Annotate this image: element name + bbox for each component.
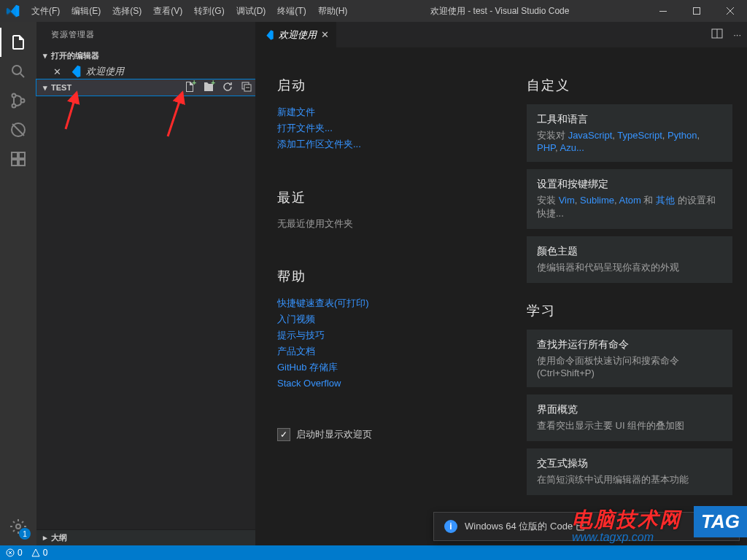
- activity-scm-icon[interactable]: [0, 86, 36, 115]
- keymap-link[interactable]: Atom: [619, 195, 641, 206]
- link-stackoverflow[interactable]: Stack Overflow: [277, 376, 483, 392]
- card-desc: 使用命令面板快速访问和搜索命令 (Ctrl+Shift+P): [537, 354, 722, 378]
- open-editors-label: 打开的编辑器: [51, 50, 99, 61]
- card-title: 工具和语言: [537, 113, 722, 126]
- folder-header[interactable]: ▾ TEST + +: [36, 79, 255, 96]
- window-title: 欢迎使用 - test - Visual Studio Code: [353, 5, 646, 18]
- menu-help[interactable]: 帮助(H): [312, 0, 354, 22]
- vscode-file-icon: [67, 64, 82, 79]
- close-button[interactable]: [713, 0, 747, 22]
- tab-label: 欢迎使用: [279, 28, 317, 42]
- split-editor-icon[interactable]: [711, 28, 723, 42]
- keymap-link[interactable]: Vim: [559, 195, 575, 206]
- menu-view[interactable]: 查看(V): [147, 0, 188, 22]
- card-title: 颜色主题: [537, 245, 722, 258]
- lang-link[interactable]: JavaScript: [568, 130, 613, 141]
- show-welcome-checkbox-row[interactable]: ✓ 启动时显示欢迎页: [277, 428, 483, 441]
- activity-search-icon[interactable]: [0, 57, 36, 86]
- card-keybindings[interactable]: 设置和按键绑定 安装 Vim, Sublime, Atom 和 其他 的设置和快…: [527, 169, 732, 229]
- warning-icon: [31, 548, 40, 557]
- collapse-all-icon[interactable]: [241, 81, 252, 94]
- link-docs[interactable]: 产品文档: [277, 343, 483, 359]
- menu-terminal[interactable]: 终端(T): [271, 0, 311, 22]
- open-editor-item[interactable]: ✕ 欢迎使用: [36, 63, 255, 79]
- card-playground[interactable]: 交互式操场 在简短演练中试用编辑器的基本功能: [527, 448, 732, 495]
- notification-text: Windows 64 位版的 Code 已: [465, 520, 585, 533]
- activity-settings-icon[interactable]: 1: [0, 512, 36, 541]
- more-actions-icon[interactable]: ···: [733, 29, 741, 40]
- card-interface-overview[interactable]: 界面概览 查看突出显示主要 UI 组件的叠加图: [527, 394, 732, 441]
- card-tools-languages[interactable]: 工具和语言 安装对 JavaScript, TypeScript, Python…: [527, 104, 732, 162]
- card-desc: 在简短演练中试用编辑器的基本功能: [537, 473, 722, 486]
- open-editor-label: 欢迎使用: [86, 65, 124, 78]
- close-icon[interactable]: ✕: [51, 66, 63, 77]
- card-desc: 查看突出显示主要 UI 组件的叠加图: [537, 419, 722, 432]
- menu-go[interactable]: 转到(G): [188, 0, 230, 22]
- close-icon[interactable]: ✕: [321, 29, 329, 40]
- activity-debug-icon[interactable]: [0, 115, 36, 144]
- status-warnings[interactable]: 0: [31, 548, 48, 558]
- keymap-link[interactable]: Sublime: [580, 195, 614, 206]
- menu-file[interactable]: 文件(F): [26, 0, 66, 22]
- menu-edit[interactable]: 编辑(E): [66, 0, 107, 22]
- vscode-logo-icon: [0, 4, 26, 18]
- checkbox-checked-icon[interactable]: ✓: [277, 428, 290, 441]
- link-add-workspace[interactable]: 添加工作区文件夹...: [277, 136, 483, 152]
- lang-link[interactable]: TypeScript: [617, 130, 662, 141]
- editor-area: 欢迎使用 ✕ ··· 启动 新建文件 打开文件夹... 添加工作区文件夹... …: [255, 22, 747, 545]
- activity-explorer-icon[interactable]: [0, 28, 36, 57]
- status-errors[interactable]: 0: [6, 548, 23, 558]
- link-intro-videos[interactable]: 入门视频: [277, 311, 483, 327]
- new-file-icon[interactable]: +: [184, 81, 196, 94]
- svg-rect-9: [19, 160, 25, 166]
- card-command-palette[interactable]: 查找并运行所有命令 使用命令面板快速访问和搜索命令 (Ctrl+Shift+P): [527, 330, 732, 387]
- svg-rect-1: [694, 8, 700, 15]
- tab-welcome[interactable]: 欢迎使用 ✕: [255, 22, 336, 47]
- lang-link[interactable]: Azu...: [560, 142, 584, 153]
- svg-point-11: [16, 524, 20, 529]
- card-color-theme[interactable]: 颜色主题 使编辑器和代码呈现你喜欢的外观: [527, 236, 732, 283]
- menu-debug[interactable]: 调试(D): [231, 0, 272, 22]
- chevron-down-icon: ▾: [39, 83, 51, 93]
- link-cheatsheet[interactable]: 快捷键速查表(可打印): [277, 295, 483, 311]
- svg-point-2: [12, 66, 21, 74]
- show-welcome-label: 启动时显示欢迎页: [296, 428, 372, 441]
- warning-count: 0: [43, 548, 48, 558]
- link-new-file[interactable]: 新建文件: [277, 104, 483, 120]
- keymap-link[interactable]: 其他: [656, 195, 675, 206]
- card-desc: 使编辑器和代码呈现你喜欢的外观: [537, 261, 722, 274]
- error-icon: [6, 548, 15, 557]
- card-title: 界面概览: [537, 403, 722, 416]
- status-bar: 0 0: [0, 545, 747, 560]
- menu-selection[interactable]: 选择(S): [107, 0, 147, 22]
- lang-link[interactable]: Python: [667, 130, 697, 141]
- notification-toast[interactable]: i Windows 64 位版的 Code 已: [433, 512, 740, 541]
- minimize-button[interactable]: [646, 0, 680, 22]
- maximize-button[interactable]: [680, 0, 713, 22]
- customize-heading: 自定义: [527, 77, 732, 94]
- outline-header[interactable]: ▸ 大纲: [36, 529, 255, 545]
- activity-extensions-icon[interactable]: [0, 144, 36, 174]
- svg-rect-8: [12, 160, 18, 166]
- sidebar-explorer: 资源管理器 ▾ 打开的编辑器 ✕ 欢迎使用 ▾ TEST + +: [36, 22, 255, 545]
- titlebar: 文件(F) 编辑(E) 选择(S) 查看(V) 转到(G) 调试(D) 终端(T…: [0, 0, 747, 22]
- outline-label: 大纲: [51, 532, 67, 543]
- open-editors-header[interactable]: ▾ 打开的编辑器: [36, 47, 255, 63]
- link-tips[interactable]: 提示与技巧: [277, 327, 483, 343]
- activity-bar: 1: [0, 22, 36, 545]
- lang-link[interactable]: PHP: [537, 142, 555, 153]
- svg-point-5: [21, 99, 25, 103]
- svg-point-3: [12, 94, 16, 98]
- refresh-icon[interactable]: [222, 81, 233, 94]
- menu-bar: 文件(F) 编辑(E) 选择(S) 查看(V) 转到(G) 调试(D) 终端(T…: [26, 0, 353, 22]
- help-heading: 帮助: [277, 268, 483, 285]
- link-open-folder[interactable]: 打开文件夹...: [277, 120, 483, 136]
- sidebar-title: 资源管理器: [36, 22, 255, 47]
- chevron-down-icon: ▾: [39, 51, 51, 61]
- file-tree-empty[interactable]: [36, 96, 255, 529]
- new-folder-icon[interactable]: +: [203, 81, 214, 94]
- learn-heading: 学习: [527, 302, 732, 319]
- settings-badge: 1: [19, 528, 31, 540]
- folder-label: TEST: [51, 83, 71, 92]
- link-github[interactable]: GitHub 存储库: [277, 359, 483, 376]
